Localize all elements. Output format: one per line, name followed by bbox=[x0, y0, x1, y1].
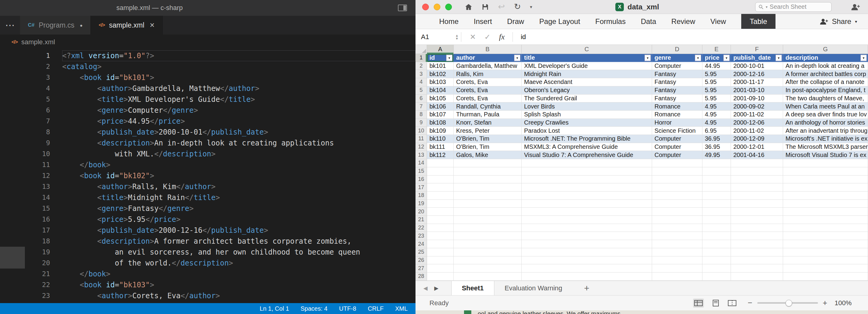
code-line[interactable]: </book> bbox=[62, 269, 415, 279]
row-header-12[interactable]: 12 bbox=[415, 143, 427, 151]
cell[interactable] bbox=[783, 200, 868, 208]
code-line[interactable]: <author>Ralls, Kim</author> bbox=[62, 181, 415, 192]
cell[interactable]: 2001-04-16 bbox=[731, 151, 783, 159]
cell[interactable] bbox=[652, 159, 703, 167]
row-header-5[interactable]: 5 bbox=[415, 86, 427, 95]
row-header-4[interactable]: 4 bbox=[415, 78, 427, 86]
filter-dropdown-icon[interactable]: ▼ bbox=[695, 55, 701, 61]
header-cell-publish_date[interactable]: publish_date▼ bbox=[731, 54, 783, 62]
cell[interactable]: When Carla meets Paul at an bbox=[783, 102, 868, 111]
cell[interactable] bbox=[783, 167, 868, 176]
cell[interactable]: Paradox Lost bbox=[522, 127, 652, 135]
cell[interactable] bbox=[454, 200, 522, 208]
cell[interactable]: 2000-11-02 bbox=[731, 111, 783, 119]
column-header-E[interactable]: E bbox=[703, 45, 731, 54]
cell[interactable]: bk104 bbox=[427, 86, 454, 95]
row-header-18[interactable]: 18 bbox=[415, 192, 427, 200]
row-header-26[interactable]: 26 bbox=[415, 256, 427, 264]
filter-dropdown-icon[interactable]: ▼ bbox=[723, 55, 730, 61]
undo-icon[interactable]: ↩ bbox=[498, 3, 505, 11]
code-line[interactable]: <book id="bk103"> bbox=[62, 279, 415, 290]
cell[interactable] bbox=[522, 192, 652, 200]
cell[interactable] bbox=[454, 208, 522, 216]
cell[interactable]: bk110 bbox=[427, 135, 454, 143]
cell[interactable] bbox=[731, 216, 783, 224]
cell[interactable] bbox=[783, 176, 868, 184]
code-line[interactable]: </book> bbox=[62, 159, 415, 170]
cell[interactable]: A former architect battles corp bbox=[783, 70, 868, 78]
cell[interactable]: After the collapse of a nanote bbox=[783, 78, 868, 86]
cell[interactable]: The two daughters of Maeve, bbox=[783, 95, 868, 103]
cell[interactable] bbox=[427, 183, 454, 192]
zoom-in-icon[interactable]: + bbox=[823, 298, 827, 308]
cell[interactable] bbox=[703, 256, 731, 264]
cell[interactable] bbox=[783, 159, 868, 167]
column-header-F[interactable]: F bbox=[731, 45, 783, 54]
cell[interactable]: Science Fiction bbox=[652, 127, 703, 135]
code-line[interactable]: <author>Corets, Eva</author> bbox=[62, 290, 415, 301]
cell[interactable] bbox=[522, 232, 652, 240]
row-header-6[interactable]: 6 bbox=[415, 95, 427, 103]
cell[interactable] bbox=[703, 240, 731, 248]
cell[interactable]: The Microsoft MSXML3 parser bbox=[783, 143, 868, 151]
column-header-G[interactable]: G bbox=[783, 45, 868, 54]
ribbon-tab-draw[interactable]: Draw bbox=[507, 14, 524, 29]
cell[interactable] bbox=[703, 224, 731, 232]
cell[interactable]: Lover Birds bbox=[522, 102, 652, 111]
cell[interactable] bbox=[454, 216, 522, 224]
cell[interactable] bbox=[427, 208, 454, 216]
cell[interactable]: 2000-10-01 bbox=[731, 62, 783, 70]
cell[interactable]: Visual Studio 7: A Comprehensive Guide bbox=[522, 151, 652, 159]
cell[interactable]: Microsoft .NET: The Programming Bible bbox=[522, 135, 652, 143]
cell[interactable]: Corets, Eva bbox=[454, 78, 522, 86]
cell[interactable]: An in-depth look at creating a bbox=[783, 62, 868, 70]
row-header-25[interactable]: 25 bbox=[415, 248, 427, 256]
cell[interactable]: Fantasy bbox=[652, 95, 703, 103]
cell[interactable] bbox=[731, 264, 783, 273]
cell[interactable]: Corets, Eva bbox=[454, 95, 522, 103]
cell[interactable]: Fantasy bbox=[652, 78, 703, 86]
filter-dropdown-icon[interactable]: ▼ bbox=[446, 55, 453, 61]
cell[interactable] bbox=[522, 200, 652, 208]
cell[interactable] bbox=[652, 183, 703, 192]
cell[interactable]: In post-apocalypse England, t bbox=[783, 86, 868, 95]
cell[interactable] bbox=[783, 256, 868, 264]
confirm-icon[interactable]: ✓ bbox=[484, 33, 490, 41]
cell[interactable] bbox=[703, 176, 731, 184]
row-header-7[interactable]: 7 bbox=[415, 102, 427, 111]
filter-dropdown-icon[interactable]: ▼ bbox=[860, 55, 867, 61]
name-box[interactable]: A1 ▲ ▼ bbox=[415, 29, 461, 44]
cell[interactable] bbox=[454, 240, 522, 248]
cell[interactable] bbox=[454, 224, 522, 232]
sheet-tab-sheet1[interactable]: Sheet1 bbox=[451, 281, 494, 295]
cell[interactable] bbox=[454, 183, 522, 192]
row-header-20[interactable]: 20 bbox=[415, 208, 427, 216]
row-header-3[interactable]: 3 bbox=[415, 70, 427, 78]
header-cell-title[interactable]: title▼ bbox=[522, 54, 652, 62]
cell[interactable]: 6.95 bbox=[703, 127, 731, 135]
cell[interactable] bbox=[427, 264, 454, 273]
cell[interactable] bbox=[652, 264, 703, 273]
cell[interactable] bbox=[731, 273, 783, 281]
cell[interactable] bbox=[783, 192, 868, 200]
cell[interactable]: bk105 bbox=[427, 95, 454, 103]
cell[interactable]: After an inadvertant trip throug bbox=[783, 127, 868, 135]
cell[interactable]: bk103 bbox=[427, 78, 454, 86]
search-field[interactable]: ▾ bbox=[755, 2, 832, 12]
cell[interactable] bbox=[703, 208, 731, 216]
row-header-27[interactable]: 27 bbox=[415, 264, 427, 273]
cell[interactable] bbox=[703, 216, 731, 224]
cell[interactable] bbox=[731, 240, 783, 248]
cell[interactable]: Oberon's Legacy bbox=[522, 86, 652, 95]
cell[interactable] bbox=[522, 216, 652, 224]
cell[interactable] bbox=[427, 192, 454, 200]
cell[interactable]: 2001-03-10 bbox=[731, 86, 783, 95]
search-input[interactable] bbox=[770, 3, 828, 10]
cell[interactable]: 5.95 bbox=[703, 95, 731, 103]
ribbon-tab-insert[interactable]: Insert bbox=[474, 14, 492, 29]
tab-program-cs[interactable]: C#Program.cs● bbox=[20, 16, 91, 35]
ribbon-tab-review[interactable]: Review bbox=[672, 14, 695, 29]
row-header-14[interactable]: 14 bbox=[415, 159, 427, 167]
cell[interactable]: Fantasy bbox=[652, 70, 703, 78]
normal-view-icon[interactable] bbox=[693, 299, 704, 308]
